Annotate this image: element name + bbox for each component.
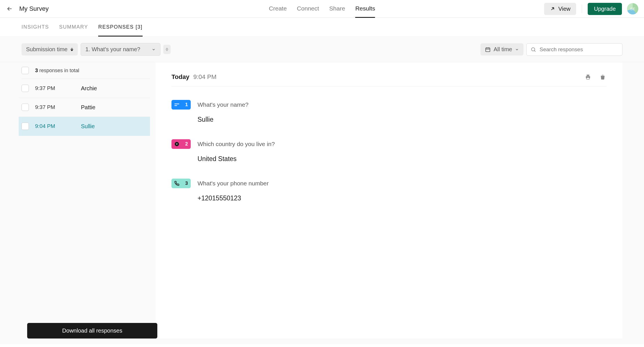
question-answer: 3 What's your phone number +12015550123	[171, 179, 607, 202]
topbar: My Survey Create Connect Share Results V…	[0, 0, 644, 18]
row-time: 9:04 PM	[35, 123, 75, 129]
date-filter-label: All time	[493, 46, 512, 53]
external-link-icon	[550, 6, 555, 12]
nav-connect[interactable]: Connect	[297, 0, 319, 18]
question-number: 2	[185, 141, 188, 147]
sort-indicator-icon	[166, 48, 168, 51]
row-name: Sullie	[81, 123, 95, 130]
detail-day: Today	[171, 73, 189, 81]
question-filter-label: 1. What's your name?	[85, 46, 140, 53]
question-number: 3	[185, 181, 188, 186]
row-name: Pattie	[81, 104, 95, 111]
column-sort-button[interactable]	[163, 45, 171, 54]
answer-text: +12015550123	[198, 194, 607, 202]
sort-icon	[70, 48, 73, 51]
upgrade-button[interactable]: Upgrade	[588, 3, 622, 15]
chevron-down-icon	[152, 48, 156, 52]
sort-button[interactable]: Submission time	[22, 43, 78, 55]
row-name: Archie	[81, 85, 97, 92]
toolbar: Submission time 1. What's your name? All…	[0, 37, 644, 62]
row-time: 9:37 PM	[35, 104, 75, 110]
response-detail-panel: Today 9:04 PM 1 What's your name? Sullie…	[156, 62, 622, 339]
divider	[582, 5, 582, 13]
svg-rect-2	[587, 75, 589, 76]
question-filter-select[interactable]: 1. What's your name?	[81, 43, 160, 56]
search-input[interactable]	[540, 46, 618, 53]
response-row[interactable]: 9:04 PM Sullie	[19, 117, 150, 136]
question-answer: 2 Which country do you live in? United S…	[171, 139, 607, 163]
tab-summary[interactable]: SUMMARY	[59, 18, 88, 37]
calendar-icon	[485, 47, 491, 52]
question-text: Which country do you live in?	[198, 141, 275, 147]
detail-time: 9:04 PM	[193, 73, 216, 81]
question-badge: 2	[171, 139, 191, 149]
question-type-icon	[174, 181, 179, 186]
print-icon	[585, 74, 591, 80]
nav-share[interactable]: Share	[329, 0, 345, 18]
answer-text: United States	[198, 155, 607, 163]
response-row[interactable]: 9:37 PM Pattie	[19, 98, 150, 117]
search-icon	[531, 47, 536, 52]
svg-rect-0	[486, 48, 490, 52]
main-nav: Create Connect Share Results	[269, 0, 375, 18]
page-title: My Survey	[19, 5, 49, 12]
trash-icon	[600, 74, 606, 80]
select-all-checkbox[interactable]	[22, 67, 29, 74]
subnav: INSIGHTS SUMMARY RESPONSES [3]	[0, 18, 644, 37]
total-responses-label: 3 responses in total	[35, 68, 79, 74]
avatar-initials: SE	[630, 7, 635, 11]
date-filter-button[interactable]: All time	[480, 43, 523, 55]
content: 3 responses in total 9:37 PM Archie 9:37…	[0, 62, 644, 344]
row-time: 9:37 PM	[35, 85, 75, 91]
tab-responses[interactable]: RESPONSES [3]	[98, 18, 143, 37]
question-number: 1	[185, 102, 188, 108]
sort-label: Submission time	[26, 46, 68, 53]
tab-insights[interactable]: INSIGHTS	[22, 18, 49, 37]
avatar[interactable]: SE	[627, 3, 638, 14]
response-row[interactable]: 9:37 PM Archie	[19, 79, 150, 98]
print-button[interactable]	[584, 73, 592, 81]
download-all-button[interactable]: Download all responses	[27, 323, 157, 339]
delete-button[interactable]	[599, 73, 607, 81]
question-text: What's your name?	[198, 101, 248, 108]
question-text: What's your phone number	[198, 180, 269, 187]
row-checkbox[interactable]	[22, 85, 29, 92]
row-checkbox[interactable]	[22, 123, 29, 130]
list-header: 3 responses in total	[22, 62, 150, 79]
answer-text: Sullie	[198, 116, 607, 123]
search-box[interactable]	[526, 43, 622, 56]
question-answer: 1 What's your name? Sullie	[171, 100, 607, 123]
svg-point-1	[531, 48, 535, 51]
question-badge: 1	[171, 100, 191, 110]
view-label: View	[558, 6, 570, 12]
detail-header: Today 9:04 PM	[171, 73, 607, 86]
arrow-left-icon	[6, 5, 13, 12]
response-list-panel: 3 responses in total 9:37 PM Archie 9:37…	[0, 62, 150, 344]
question-type-icon	[174, 103, 179, 106]
row-checkbox[interactable]	[22, 104, 29, 111]
nav-results[interactable]: Results	[355, 0, 375, 18]
view-button[interactable]: View	[544, 3, 576, 15]
svg-rect-4	[587, 78, 589, 79]
question-type-icon	[174, 142, 179, 147]
chevron-down-icon	[515, 48, 519, 52]
back-button[interactable]	[6, 5, 14, 13]
nav-create[interactable]: Create	[269, 0, 287, 18]
question-badge: 3	[171, 179, 191, 188]
